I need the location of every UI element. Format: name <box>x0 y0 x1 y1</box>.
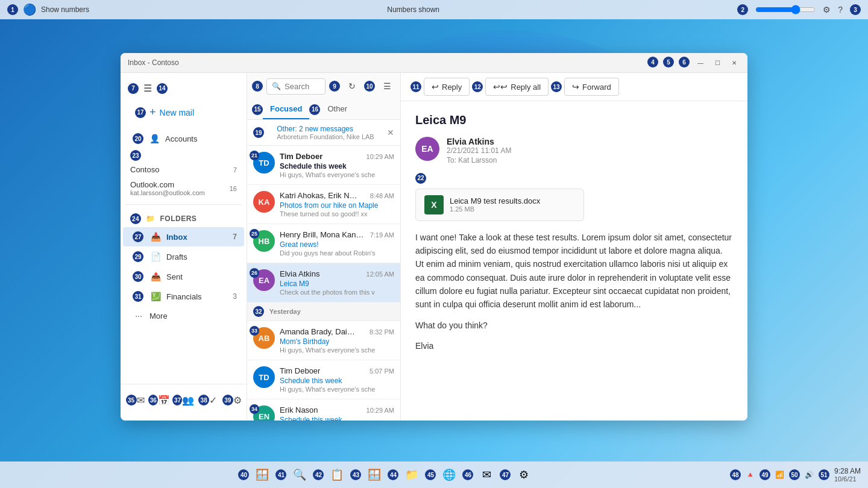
top-bar-center: Numbers shown <box>89 5 737 14</box>
sidebar-item-inbox[interactable]: 27 📥 Inbox 7 <box>123 227 244 246</box>
email-item-2[interactable]: 25 HB Henry Brill, Mona Kane, Cecil F...… <box>247 224 400 263</box>
badge-46: 46 <box>462 469 473 480</box>
taskbar-right: 48 🔺 49 📶 50 🔊 51 9:28 AM 10/6/21 <box>730 467 861 483</box>
more-label: More <box>149 311 168 321</box>
badge-35: 35 <box>126 395 137 405</box>
taskbar-browser[interactable]: 🌐 <box>438 464 460 486</box>
email-item-5[interactable]: TD Tim Deboer 5:07 PM Schedule this week… <box>247 360 400 399</box>
filter-btn[interactable]: ☰ <box>379 78 395 95</box>
email-meta: EA Elvia Atkins 2/21/2021 11:01 AM To: K… <box>415 137 733 164</box>
badge-51: 51 <box>819 469 829 480</box>
minimize-button[interactable]: — <box>694 57 706 69</box>
footer-mail-btn[interactable]: 35 ✉ <box>124 389 146 411</box>
badge-14: 14 <box>157 83 168 94</box>
preview-5: Hi guys, What's everyone's sche <box>280 386 394 393</box>
banner-close-btn[interactable]: ✕ <box>387 128 394 137</box>
to-name: Kat Larsson <box>458 156 497 164</box>
sidebar-item-accounts[interactable]: 20 👤 Accounts <box>123 129 244 148</box>
sidebar-item-financials[interactable]: 31 💹 Financials 3 <box>123 287 244 306</box>
footer-tasks-btn[interactable]: 38 ✓ <box>197 389 219 411</box>
date-divider-text: Yesterday <box>269 308 301 315</box>
email-content-1: Katri Ahokas, Erik Nason 8:48 AM Photos … <box>280 191 394 217</box>
badge-49: 49 <box>760 469 770 480</box>
meta-sender-name: Elvia Atkins <box>447 137 511 146</box>
subject-3: Leica M9 <box>280 280 394 288</box>
accounts-list: 23 Contoso 7 Outlook.com kat.larsson@out… <box>121 149 247 199</box>
calendar-icon: 📅 <box>158 395 170 406</box>
close-button[interactable]: ✕ <box>728 57 740 69</box>
time-2: 7:19 AM <box>370 231 394 239</box>
subject-5: Schedule this week <box>280 377 394 385</box>
badge-4: 4 <box>647 57 658 67</box>
sidebar-item-drafts[interactable]: 29 📄 Drafts <box>123 247 244 266</box>
to-label: To: <box>447 156 456 164</box>
account-outlook[interactable]: Outlook.com kat.larsson@outlook.com 16 <box>125 177 242 199</box>
sidebar-item-more[interactable]: ··· More <box>123 307 244 325</box>
email-item-6[interactable]: 34 EN Erik Nason 10:29 AM Schedule this … <box>247 399 400 421</box>
reading-pane: 11 ↩ Reply 12 ↩↩ Reply all 13 ↪ Forward … <box>401 73 747 421</box>
badge-8: 8 <box>252 81 263 92</box>
email-list-panel: 8 🔍 9 ↻ 10 ☰ 15 Focused 16 Other 19 <box>247 73 401 421</box>
taskbar-file-explorer[interactable]: 📁 <box>401 464 423 486</box>
meta-date: 2/21/2021 11:01 AM <box>447 146 511 155</box>
taskbar-task-view[interactable]: 📋 <box>326 464 348 486</box>
taskbar-mail[interactable]: ✉ <box>476 464 497 486</box>
new-mail-button[interactable]: 17 + New mail <box>125 101 242 124</box>
top-bar-right: 2 ⚙ ? 3 <box>737 4 861 15</box>
date-divider-yesterday: 32 Yesterday <box>247 302 400 321</box>
email-item-0[interactable]: 21 TD Tim Deboer 10:29 AM Schedule this … <box>247 146 400 185</box>
time-3: 12:05 AM <box>366 271 394 278</box>
badge-20: 20 <box>133 133 143 144</box>
badge-23: 23 <box>130 150 141 161</box>
taskbar-settings[interactable]: ⚙ <box>513 464 535 486</box>
sidebar-item-sent[interactable]: 30 📤 Sent <box>123 267 244 286</box>
account-contoso[interactable]: Contoso 7 <box>125 162 242 177</box>
footer-calendar-btn[interactable]: 36 📅 <box>148 389 170 411</box>
sender-0: Tim Deboer <box>280 152 322 161</box>
subject-0: Schedule this week <box>280 162 394 170</box>
reply-button[interactable]: ↩ Reply <box>424 78 470 96</box>
badge-6: 6 <box>679 57 690 67</box>
refresh-btn[interactable]: ↻ <box>344 78 360 95</box>
inbox-icon: 📥 <box>149 232 162 242</box>
footer-people-btn[interactable]: 37 👥 <box>172 389 194 411</box>
settings-icon[interactable]: ⚙ <box>823 5 831 14</box>
avatar-ka: KA <box>253 191 275 213</box>
help-icon[interactable]: ? <box>838 5 843 14</box>
sent-icon: 📤 <box>149 272 162 281</box>
sent-label: Sent <box>166 272 183 281</box>
slider[interactable] <box>755 5 816 14</box>
drafts-label: Drafts <box>166 252 187 261</box>
meta-details: Elvia Atkins 2/21/2021 11:01 AM To: Kat … <box>447 137 511 164</box>
windows-logo[interactable]: 🔵 <box>23 3 36 16</box>
taskbar-windows[interactable]: 🪟 <box>251 464 273 486</box>
taskbar-search[interactable]: 🔍 <box>289 464 310 486</box>
subject-2: Great news! <box>280 240 394 249</box>
search-input[interactable] <box>285 82 320 91</box>
maximize-button[interactable]: ☐ <box>711 57 723 69</box>
meta-to: To: Kat Larsson <box>447 156 511 164</box>
show-numbers-label: Show numbers <box>41 5 89 14</box>
sender-avatar: EA <box>415 137 439 161</box>
clock: 9:28 AM 10/6/21 <box>834 467 861 483</box>
badge-19: 19 <box>253 127 264 138</box>
email-item-4[interactable]: 33 AB Amanda Brady, Daisy Phillips 8:32 … <box>247 321 400 360</box>
forward-button[interactable]: ↪ Forward <box>564 78 619 96</box>
inbox-count: 7 <box>233 233 237 241</box>
tab-focused[interactable]: Focused <box>263 99 309 119</box>
taskbar-snap[interactable]: 🪟 <box>363 464 385 486</box>
reply-all-button[interactable]: ↩↩ Reply all <box>485 78 549 96</box>
footer-settings-btn[interactable]: 39 ⚙ <box>221 389 243 411</box>
badge-29: 29 <box>133 251 143 262</box>
email-item-3[interactable]: 26 EA Elvia Atkins 12:05 AM Leica M9 Che… <box>247 263 400 302</box>
tab-other[interactable]: Other <box>320 99 354 119</box>
email-item-1[interactable]: KA Katri Ahokas, Erik Nason 8:48 AM Phot… <box>247 185 400 224</box>
taskbar: 40 🪟 41 🔍 42 📋 43 🪟 44 📁 45 🌐 46 ✉ 47 ⚙ … <box>0 461 868 488</box>
sidebar-top: 7 ☰ 14 <box>121 78 247 99</box>
window-title: Inbox - Contoso <box>128 58 179 67</box>
financials-icon: 💹 <box>149 292 162 301</box>
top-bar: 1 🔵 Show numbers Numbers shown 2 ⚙ ? 3 <box>0 0 868 19</box>
hamburger-icon[interactable]: ☰ <box>143 83 152 94</box>
badge-7: 7 <box>128 83 139 94</box>
attachment-card[interactable]: X Leica M9 test results.docx 1.25 MB <box>415 189 584 221</box>
